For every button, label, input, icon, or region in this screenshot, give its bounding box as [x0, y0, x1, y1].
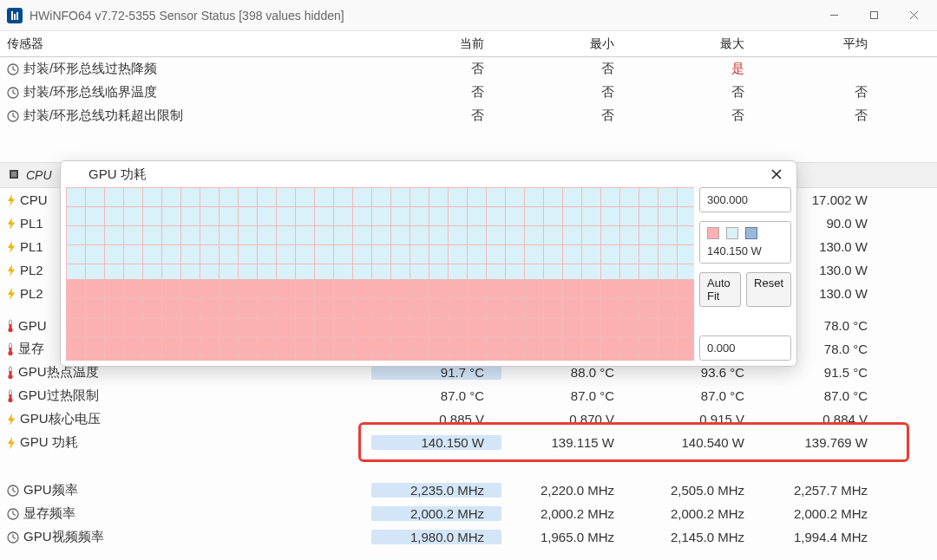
legend-yval: 140.150 W [707, 244, 783, 257]
cell-min: 否 [501, 84, 632, 101]
header-avg[interactable]: 平均 [762, 36, 892, 52]
bolt-icon [7, 437, 16, 449]
reset-button[interactable]: Reset [746, 272, 791, 307]
thermometer-icon [7, 319, 14, 333]
cell-avg: 否 [762, 84, 892, 101]
clock-icon [7, 531, 19, 544]
header-sensor[interactable]: 传感器 [0, 36, 371, 52]
window-title: HWiNFO64 v7.72-5355 Sensor Status [398 v… [29, 9, 344, 23]
table-row[interactable]: GPU视频频率1,980.0 MHz1,965.0 MHz2,145.0 MHz… [0, 525, 937, 549]
sensor-name: GPU频率 [23, 482, 78, 498]
table-row[interactable]: 封装/环形总线临界温度否否否否 [0, 81, 937, 104]
bolt-icon [7, 264, 16, 277]
table-row[interactable]: 封装/环形总线过热降频否否是 [0, 57, 937, 81]
bolt-icon [7, 241, 16, 253]
cell-max: 87.0 °C [632, 388, 762, 403]
cell-avg: 2,257.7 MHz [762, 483, 892, 498]
svg-rect-46 [69, 169, 72, 183]
svg-rect-34 [10, 394, 11, 400]
group-cpu-label: CPU [26, 168, 52, 182]
table-row[interactable]: GPU频率2,235.0 MHz2,220.0 MHz2,505.0 MHz2,… [0, 479, 937, 502]
cell-avg: 87.0 °C [762, 388, 892, 403]
gpu-power-popup[interactable]: GPU 功耗 300.000 140.150 W Auto Fit Reset [60, 160, 797, 367]
svg-rect-28 [10, 348, 11, 353]
table-row[interactable]: 封装/环形总线功耗超出限制否否否否 [0, 104, 937, 127]
cell-current: 1,980.0 MHz [371, 530, 501, 544]
bolt-icon [7, 413, 16, 426]
sensor-name: CPU [20, 192, 48, 207]
swatch-current[interactable] [707, 227, 719, 239]
sensor-name: PL1 [20, 216, 43, 231]
svg-marker-18 [8, 194, 15, 206]
cell-min: 2,220.0 MHz [501, 483, 632, 498]
sensor-name: PL1 [20, 239, 43, 254]
cell-min: 否 [501, 107, 632, 124]
bolt-icon [7, 218, 16, 230]
header-min[interactable]: 最小 [501, 36, 632, 52]
cell-current: 2,235.0 MHz [371, 483, 501, 498]
clock-icon [7, 87, 19, 99]
svg-rect-2 [16, 12, 18, 20]
svg-rect-1 [14, 14, 16, 20]
sensor-name: GPU核心电压 [20, 411, 101, 427]
chart-legend: 300.000 140.150 W Auto Fit Reset 0.000 [699, 187, 791, 361]
sensor-name: 封装/环形总线过热降频 [23, 61, 157, 77]
autofit-button[interactable]: Auto Fit [699, 272, 741, 307]
highlight-gpu-power [358, 422, 909, 462]
clock-icon [7, 485, 19, 497]
cell-current: 否 [371, 61, 501, 77]
sensor-name: 封装/环形总线功耗超出限制 [23, 107, 183, 124]
svg-rect-48 [77, 170, 80, 182]
sensor-name: 显存 [18, 341, 44, 357]
svg-rect-25 [10, 324, 11, 329]
thermometer-icon [7, 342, 14, 356]
chart-series-fill [66, 279, 694, 361]
thermometer-icon [7, 389, 14, 403]
cell-current: 否 [371, 84, 501, 101]
gpu-power-chart[interactable] [66, 187, 694, 361]
thermometer-icon [7, 366, 14, 380]
header-current[interactable]: 当前 [371, 36, 501, 52]
svg-rect-17 [11, 172, 16, 177]
cell-avg: 2,000.2 MHz [762, 506, 892, 521]
cell-min: 1,965.0 MHz [501, 530, 632, 544]
popup-close-button[interactable] [762, 161, 791, 187]
swatch-min[interactable] [726, 227, 738, 239]
bolt-icon [7, 194, 16, 206]
cell-current: 87.0 °C [371, 388, 501, 403]
clock-icon [7, 508, 19, 520]
sensor-name: 封装/环形总线临界温度 [23, 84, 157, 101]
popup-titlebar[interactable]: GPU 功耗 [61, 161, 796, 187]
legend-swatches: 140.150 W [699, 221, 791, 264]
clock-icon [7, 63, 19, 75]
cell-max: 93.6 °C [632, 365, 762, 380]
table-row[interactable]: 显存频率2,000.2 MHz2,000.2 MHz2,000.2 MHz2,0… [0, 502, 937, 525]
cell-current: 2,000.2 MHz [371, 506, 501, 521]
sensor-name: GPU过热限制 [18, 387, 99, 404]
cell-max: 2,505.0 MHz [632, 483, 762, 498]
close-button[interactable] [894, 0, 934, 31]
sensor-name: 显存频率 [23, 505, 75, 522]
table-row[interactable]: GPU过热限制87.0 °C87.0 °C87.0 °C87.0 °C [0, 384, 937, 407]
cell-max: 2,000.2 MHz [632, 506, 762, 521]
minimize-button[interactable] [814, 0, 854, 31]
clock-icon [7, 110, 19, 122]
svg-line-45 [13, 537, 16, 539]
svg-rect-31 [10, 371, 11, 376]
svg-marker-36 [8, 437, 15, 449]
cell-avg: 否 [762, 107, 892, 124]
legend-ymin: 0.000 [699, 335, 791, 361]
svg-marker-21 [8, 264, 15, 277]
swatch-selected[interactable] [745, 227, 757, 239]
svg-marker-19 [8, 218, 15, 230]
titlebar: HWiNFO64 v7.72-5355 Sensor Status [398 v… [0, 0, 937, 31]
cell-min: 87.0 °C [501, 388, 632, 403]
maximize-button[interactable] [854, 0, 894, 31]
svg-line-9 [13, 69, 16, 71]
sensor-name: GPU视频频率 [23, 529, 104, 545]
svg-marker-35 [8, 413, 15, 426]
cell-max: 是 [632, 61, 762, 77]
svg-line-42 [13, 514, 16, 516]
sensor-name: GPU [18, 318, 47, 333]
header-max[interactable]: 最大 [632, 36, 762, 52]
